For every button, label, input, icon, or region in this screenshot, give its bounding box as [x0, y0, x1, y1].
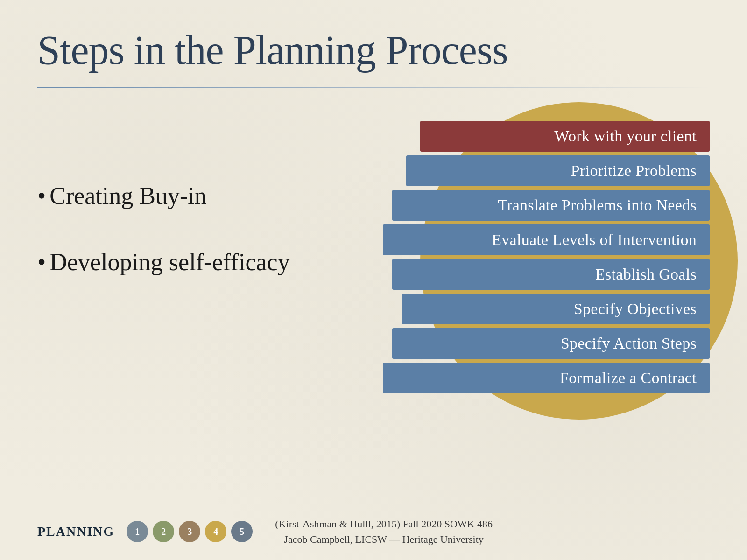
dot-1[interactable]: 1 [127, 521, 148, 542]
step-formalize-contract: Formalize a Contract [383, 363, 710, 393]
left-panel: Creating Buy-in Developing self-efficacy [37, 116, 299, 315]
step-row-2: Translate Problems into Needs [317, 190, 710, 221]
dot-4[interactable]: 4 [205, 521, 226, 542]
slide-container: Steps in the Planning Process Creating B… [0, 0, 747, 560]
step-translate-problems: Translate Problems into Needs [392, 190, 710, 221]
slide-title: Steps in the Planning Process [37, 28, 710, 73]
bullet-developing-self-efficacy: Developing self-efficacy [37, 248, 299, 277]
step-row-5: Specify Objectives [317, 294, 710, 324]
divider [37, 87, 710, 88]
step-establish-goals: Establish Goals [392, 259, 710, 290]
dot-5[interactable]: 5 [231, 521, 253, 542]
footer: PLANNING 1 2 3 4 5 (Kirst-Ashman & Hulll… [0, 516, 747, 547]
right-panel: Work with your client Prioritize Problem… [317, 116, 710, 443]
step-row-4: Establish Goals [317, 259, 710, 290]
step-specify-action-steps: Specify Action Steps [392, 328, 710, 359]
step-work-with-client: Work with your client [420, 121, 710, 152]
page-dots: 1 2 3 4 5 [127, 521, 253, 542]
step-specify-objectives: Specify Objectives [402, 294, 710, 324]
step-evaluate-levels: Evaluate Levels of Intervention [383, 224, 710, 255]
footer-citation: (Kirst-Ashman & Hulll, 2015) Fall 2020 S… [275, 516, 493, 547]
dot-3[interactable]: 3 [179, 521, 200, 542]
content-area: Creating Buy-in Developing self-efficacy… [37, 116, 710, 443]
step-row-0: Work with your client [317, 121, 710, 152]
steps-container: Work with your client Prioritize Problem… [317, 116, 710, 397]
bullet-creating-buy-in: Creating Buy-in [37, 182, 299, 210]
planning-label: PLANNING [37, 524, 114, 539]
step-row-3: Evaluate Levels of Intervention [317, 224, 710, 255]
step-row-7: Formalize a Contract [317, 363, 710, 393]
step-prioritize-problems: Prioritize Problems [406, 155, 710, 186]
step-row-6: Specify Action Steps [317, 328, 710, 359]
step-row-1: Prioritize Problems [317, 155, 710, 186]
dot-2[interactable]: 2 [153, 521, 174, 542]
